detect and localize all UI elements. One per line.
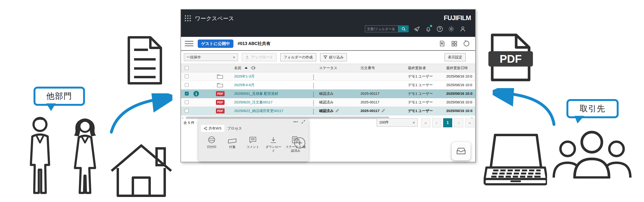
column-status[interactable]: ステータス <box>319 66 337 70</box>
woman-icon <box>68 116 102 196</box>
panel-item-sticky-note[interactable]: 付箋 <box>223 134 242 153</box>
settings-gear-icon[interactable] <box>448 26 455 32</box>
row-updater: デモ1 ユーザー <box>408 109 433 113</box>
table-toolbar: 一括操作 ∨ アップロード フォルダーの作成 絞り込み 表示設定 <box>181 51 475 64</box>
pdf-file-icon: PDF <box>488 34 534 81</box>
fujifilm-logo: FUJIFILM <box>444 14 471 22</box>
panel-tabs: 共有WS プロセス <box>201 125 245 132</box>
last-page-button[interactable]: » <box>465 118 474 127</box>
row-kebab-menu[interactable] <box>313 109 314 114</box>
search-box <box>365 25 409 32</box>
pin-column-icon[interactable] <box>250 66 255 70</box>
column-last-updater[interactable]: 最終更新者 <box>408 66 426 70</box>
create-folder-button[interactable]: フォルダーの作成 <box>280 53 316 61</box>
workspace-subheader: ゲストに公開中 #013 ABC社共有 <box>181 37 475 51</box>
filter-button[interactable]: 絞り込み <box>320 53 347 61</box>
current-page-button[interactable]: 1 <box>443 118 452 127</box>
bulk-action-select[interactable]: 一括操作 ∨ <box>184 53 238 61</box>
selection-count-badge: 1 <box>194 91 199 96</box>
help-icon[interactable] <box>436 26 443 32</box>
menu-hamburger-icon[interactable] <box>185 41 194 46</box>
people-group-icon <box>552 130 632 178</box>
table-row-pdf-selected[interactable]: ✓ 1 PDF 20250531_見積書 配管資材 確認済み 2025-0011… <box>181 90 475 98</box>
guest-published-badge: ゲストに公開中 <box>198 40 234 48</box>
right-speech-bubble: 取引先 <box>566 99 618 118</box>
next-page-button[interactable]: › <box>454 118 463 127</box>
left-bubble-tail <box>46 104 56 111</box>
table-row-pdf-2[interactable]: PDF 20250620_注文書00117 確認済み 2025-00117 デモ… <box>181 98 475 107</box>
row-updated: 2025/06/16 10:0 <box>446 109 472 113</box>
row-order: 2025-00117 <box>360 100 380 104</box>
account-user-icon[interactable] <box>460 26 466 32</box>
upload-button[interactable]: アップロード <box>242 53 276 61</box>
total-count: 全 5 件 <box>184 121 195 125</box>
download-icon <box>270 136 277 144</box>
table-row-folder-2[interactable]: 2025年4-6月 デモ1 ユーザー 2025/06/16 10:0 <box>181 81 475 90</box>
app-launcher-icon[interactable] <box>185 15 191 22</box>
column-last-updated[interactable]: 最終更新日時 <box>446 66 468 70</box>
left-bubble-label: 他部門 <box>46 91 72 102</box>
row-updater: デモ1 ユーザー <box>408 100 433 104</box>
panel-more-icon[interactable]: ••• <box>293 120 298 124</box>
first-page-button[interactable]: « <box>421 118 430 127</box>
item-name-link[interactable]: 20250531_見積書 配管資材 <box>234 92 278 96</box>
sort-ascending-icon[interactable] <box>245 67 248 69</box>
send-icon[interactable] <box>414 26 420 32</box>
panel-collapse-icon[interactable] <box>302 120 305 124</box>
row-updated: 2025/06/16 10:0 <box>446 83 472 87</box>
panel-item-comment[interactable]: コメント <box>244 134 262 153</box>
document-icon <box>127 36 163 85</box>
row-updater: デモ1 ユーザー <box>408 92 433 96</box>
column-name[interactable]: 名前 <box>234 66 241 70</box>
row-kebab-menu[interactable] <box>313 92 314 97</box>
pdf-chip-icon: PDF <box>216 100 224 105</box>
tab-shared-ws[interactable]: 共有WS <box>201 125 224 132</box>
add-action-button[interactable] <box>294 138 305 148</box>
row-kebab-menu[interactable] <box>313 83 314 88</box>
panel-item-datestamp[interactable]: 日付印 <box>202 134 221 153</box>
row-updated: 2025/06/16 10:0 <box>446 74 472 78</box>
pdf-icon-label: PDF <box>500 53 522 65</box>
column-order-number[interactable]: 注文番号 <box>360 66 375 70</box>
row-updater: デモ1 ユーザー <box>408 83 433 87</box>
grid-view-icon[interactable] <box>451 40 458 47</box>
row-checkbox[interactable] <box>185 100 189 104</box>
search-input[interactable] <box>365 25 398 32</box>
item-name-link[interactable]: 20250622_納品場所変更00117 <box>234 109 284 113</box>
display-settings-button[interactable]: 表示設定 <box>444 53 466 61</box>
laptop-icon <box>484 134 547 188</box>
search-button[interactable] <box>398 25 409 32</box>
right-bubble-label: 取引先 <box>580 103 606 114</box>
search-icon <box>402 27 406 31</box>
share-icon <box>204 126 207 130</box>
item-name-link[interactable]: 20250620_注文書00117 <box>234 100 273 104</box>
workspace-title: #013 ABC社共有 <box>238 41 270 46</box>
panel-item-download[interactable]: ダウンロード <box>264 134 283 153</box>
table-row-folder-1[interactable]: 2025年1-3月 デモ1 ユーザー 2025/06/16 10:0 <box>181 72 475 81</box>
row-checkbox[interactable] <box>185 83 189 87</box>
document-view-icon[interactable] <box>439 40 446 47</box>
workspace-app-window: ワークスペース FUJIFILM <box>180 9 476 162</box>
pdf-chip-icon: PDF <box>216 108 224 114</box>
left-flow-arrow <box>109 93 172 136</box>
item-name-link[interactable]: 2025年1-3月 <box>234 74 254 79</box>
page-size-select[interactable]: 100件 ∨ <box>376 118 418 126</box>
row-checkbox[interactable] <box>185 109 189 113</box>
table-row-pdf-3[interactable]: PDF 20250622_納品場所変更00117 確認済み 2025-00117… <box>181 107 475 115</box>
item-name-link[interactable]: 2025年4-6月 <box>234 83 254 87</box>
refresh-icon[interactable] <box>463 40 470 47</box>
edit-status-pencil-icon[interactable] <box>336 109 339 112</box>
select-all-checkbox[interactable] <box>185 66 189 70</box>
inbox-tray-button[interactable] <box>452 142 471 160</box>
notifications-bell-icon[interactable] <box>425 26 432 32</box>
actions-panel: ••• 共有WS プロセス <box>198 119 308 161</box>
tab-process[interactable]: プロセス <box>224 125 245 132</box>
man-icon <box>25 116 55 196</box>
row-order: 2025-00117 <box>360 92 380 96</box>
edit-order-pencil-icon[interactable] <box>381 109 385 112</box>
row-checkbox[interactable] <box>185 74 189 78</box>
row-kebab-menu[interactable] <box>313 74 314 80</box>
row-kebab-menu[interactable] <box>313 100 314 106</box>
row-checkbox-checked[interactable]: ✓ <box>185 92 189 96</box>
prev-page-button[interactable]: ‹ <box>432 118 441 127</box>
